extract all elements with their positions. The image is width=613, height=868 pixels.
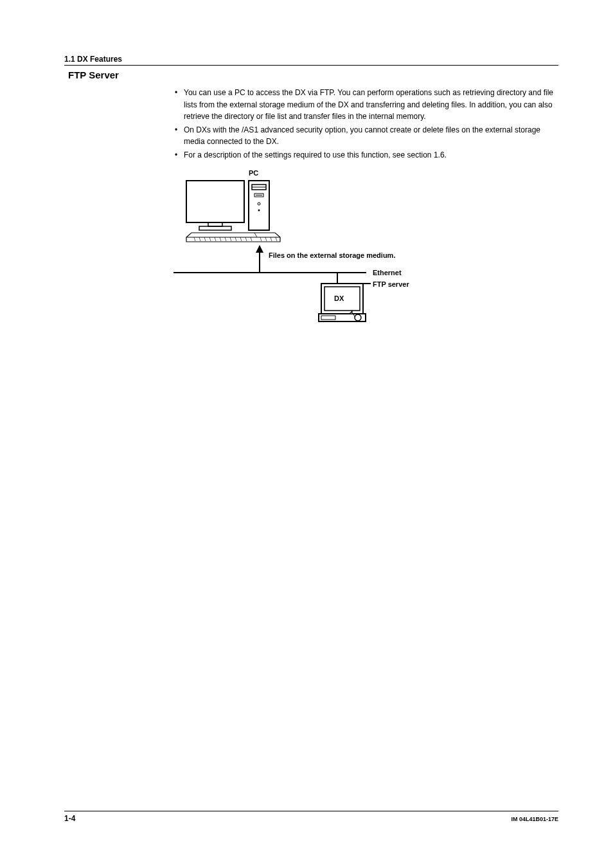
svg-line-22	[245, 237, 247, 241]
pc-label-text: PC	[249, 169, 258, 177]
bullet-item: For a description of the settings requir…	[173, 149, 558, 161]
svg-line-13	[199, 237, 200, 241]
svg-rect-36	[321, 316, 335, 320]
svg-line-14	[204, 237, 206, 241]
svg-line-21	[240, 237, 242, 241]
body-text: You can use a PC to access the DX via FT…	[173, 87, 558, 161]
svg-line-24	[260, 237, 262, 241]
svg-marker-29	[256, 245, 263, 253]
svg-line-20	[235, 237, 236, 241]
page-number: 1-4	[64, 814, 75, 823]
svg-line-27	[276, 237, 277, 241]
svg-line-16	[215, 237, 216, 241]
svg-line-15	[209, 237, 211, 241]
svg-line-23	[251, 237, 252, 241]
svg-line-19	[230, 237, 231, 241]
svg-point-37	[355, 314, 361, 321]
bullet-item: On DXs with the /AS1 advanced security o…	[173, 124, 558, 148]
ftp-server-label-text: FTP server	[373, 280, 409, 288]
doc-code: IM 04L41B01-17E	[511, 816, 558, 822]
dx-label-text: DX	[334, 294, 344, 302]
svg-line-11	[254, 233, 257, 237]
header-rule	[64, 65, 558, 66]
svg-line-17	[220, 237, 221, 241]
svg-line-18	[225, 237, 226, 241]
ftp-server-diagram: PC	[173, 168, 508, 335]
section-header: 1.1 DX Features	[64, 55, 558, 64]
svg-line-25	[265, 237, 267, 241]
svg-rect-0	[186, 181, 244, 222]
svg-line-38	[353, 314, 355, 316]
bullet-item: You can use a PC to access the DX via FT…	[173, 87, 558, 123]
footer-rule	[64, 811, 558, 811]
svg-point-8	[258, 203, 260, 205]
svg-line-26	[271, 237, 272, 241]
svg-rect-2	[199, 226, 231, 230]
svg-point-9	[258, 209, 260, 211]
svg-line-12	[194, 237, 195, 241]
ethernet-label-text: Ethernet	[373, 269, 402, 276]
page-subtitle: FTP Server	[68, 69, 558, 80]
arrow-label-text: Files on the external storage medium.	[269, 251, 395, 259]
page-footer: 1-4 IM 04L41B01-17E	[64, 811, 558, 823]
